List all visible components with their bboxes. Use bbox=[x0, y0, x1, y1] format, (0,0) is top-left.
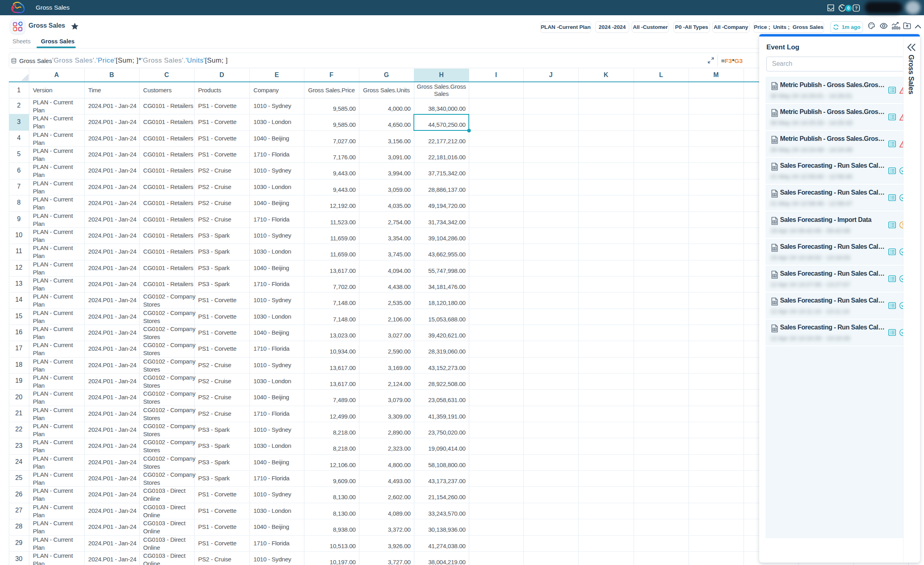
svg-text:?: ? bbox=[855, 6, 858, 10]
